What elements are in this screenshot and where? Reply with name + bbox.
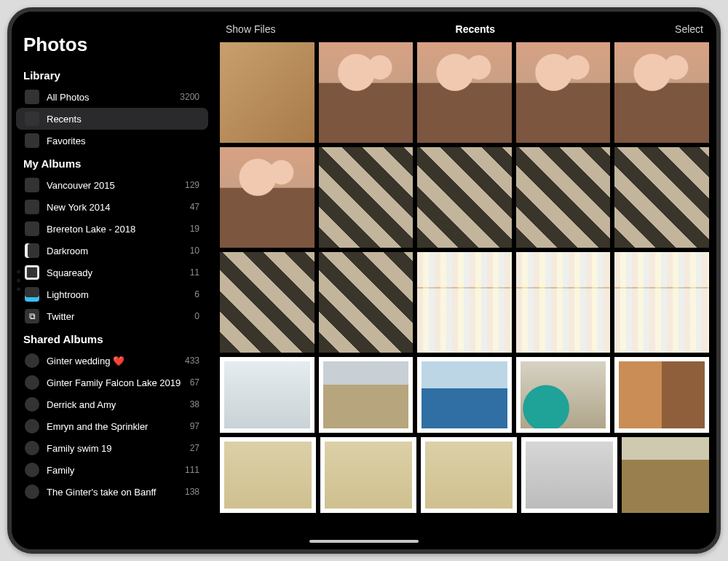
album-icon [25,397,39,412]
sidebar-item-label: Squaready [47,267,186,278]
sidebar-item-count: 129 [185,180,199,190]
sidebar-item-count: 111 [185,465,199,475]
sidebar-item[interactable]: New York 201447 [16,196,208,218]
sidebar-item-label: The Ginter's take on Banff [47,487,181,498]
photo-thumbnail[interactable] [417,357,512,433]
sidebar-item[interactable]: Vancouver 2015129 [16,174,208,196]
photo-thumbnail[interactable] [220,42,314,143]
photo-thumbnail[interactable] [417,42,512,143]
sidebar-item-count: 47 [190,202,199,212]
sidebar-item-label: Vancouver 2015 [47,180,181,191]
sidebar-item[interactable]: Derrick and Amy38 [16,393,208,415]
photo-thumbnail[interactable] [319,357,414,433]
photo-thumbnail[interactable] [320,437,416,513]
sidebar-item[interactable]: Ginter Family Falcon Lake 201967 [16,372,208,393]
home-indicator[interactable] [309,540,419,543]
photo-grid-row [220,437,709,513]
photo-grid-row [220,147,709,248]
album-icon [25,441,39,455]
photo-thumbnail[interactable] [319,147,414,248]
album-icon [25,419,39,434]
album-icon [25,133,39,148]
album-icon [25,200,39,214]
photo-thumbnail[interactable] [516,357,611,433]
album-icon [25,265,39,280]
sidebar-item-label: Recents [47,114,195,125]
sidebar-item[interactable]: Emryn and the Sprinkler97 [16,415,208,437]
sidebar-item[interactable]: Lightroom6 [16,283,208,305]
album-icon [25,111,39,126]
sidebar-item-count: 19 [190,224,199,234]
photo-thumbnail[interactable] [614,252,709,353]
sidebar-item-count: 38 [190,399,199,409]
sidebar-item[interactable]: Ginter wedding ❤️433 [16,350,208,372]
album-icon [25,463,39,477]
section-header-library: Library [12,63,213,86]
show-files-button[interactable]: Show Files [226,23,275,35]
sidebar-item-count: 97 [190,421,199,431]
album-icon [25,90,39,104]
sidebar-item-label: Lightroom [47,289,190,300]
page-title: Recents [456,23,495,35]
sidebar-item-count: 67 [190,377,199,388]
sidebar: Photos Library All Photos3200RecentsFavo… [12,12,213,549]
sidebar-item-label: Ginter wedding ❤️ [47,356,181,366]
album-icon [25,353,39,368]
sidebar-item[interactable]: Favorites [16,130,208,152]
sidebar-item-count: 3200 [180,92,199,102]
select-button[interactable]: Select [675,23,703,35]
sidebar-item-count: 433 [185,356,199,366]
sidebar-item[interactable]: Squaready11 [16,262,208,283]
sidebar-item-label: Twitter [47,311,190,322]
album-icon [25,375,39,390]
photo-thumbnail[interactable] [319,252,414,353]
sidebar-item-label: Brereton Lake - 2018 [47,224,186,235]
photo-thumbnail[interactable] [220,147,314,248]
photo-thumbnail[interactable] [614,357,709,433]
photo-thumbnail[interactable] [421,437,517,513]
sidebar-item-count: 11 [190,267,199,278]
photo-thumbnail[interactable] [516,147,611,248]
sidebar-item[interactable]: Family111 [16,459,208,481]
sidebar-item[interactable]: The Ginter's take on Banff138 [16,481,208,503]
photo-thumbnail[interactable] [319,42,414,143]
sidebar-item-label: Favorites [47,136,195,146]
app-title: Photos [12,34,213,63]
photo-grid-row [220,357,709,433]
sidebar-item-label: Emryn and the Sprinkler [47,421,186,432]
photo-thumbnail[interactable] [417,252,512,353]
photo-grid-row [220,42,709,143]
sidebar-item[interactable]: Family swim 1927 [16,437,208,459]
photo-thumbnail[interactable] [614,42,709,143]
photo-grid[interactable] [213,42,716,549]
album-icon: ⧉ [25,309,39,323]
sidebar-item[interactable]: Brereton Lake - 201819 [16,218,208,240]
section-header-shared-albums: Shared Albums [12,327,213,350]
sidebar-item[interactable]: All Photos3200 [16,86,208,108]
photo-thumbnail[interactable] [516,42,611,143]
photo-thumbnail[interactable] [220,252,314,353]
sidebar-item[interactable]: ⧉Twitter0 [16,305,208,327]
album-icon [25,178,39,192]
photo-thumbnail[interactable] [516,252,611,353]
sidebar-item-label: Ginter Family Falcon Lake 2019 [47,377,186,388]
sidebar-item[interactable]: Darkroom10 [16,240,208,262]
main-content: Show Files Recents Select [213,12,716,549]
sidebar-item-count: 0 [194,311,199,321]
album-icon [25,287,39,302]
photo-thumbnail[interactable] [614,147,709,248]
sidebar-item-count: 10 [190,246,199,256]
album-icon [25,221,39,236]
sidebar-item-label: Derrick and Amy [47,399,186,410]
sidebar-item[interactable]: Recents [16,108,208,130]
topbar: Show Files Recents Select [213,12,716,42]
photo-thumbnail[interactable] [622,437,709,513]
photo-thumbnail[interactable] [521,437,617,513]
photo-thumbnail[interactable] [220,437,316,513]
photo-thumbnail[interactable] [220,357,314,433]
photo-thumbnail[interactable] [417,147,512,248]
album-icon [25,484,39,499]
sidebar-item-label: New York 2014 [47,202,186,213]
sidebar-item-label: Family [47,465,181,476]
ipad-device-frame: Photos Library All Photos3200RecentsFavo… [7,7,721,554]
